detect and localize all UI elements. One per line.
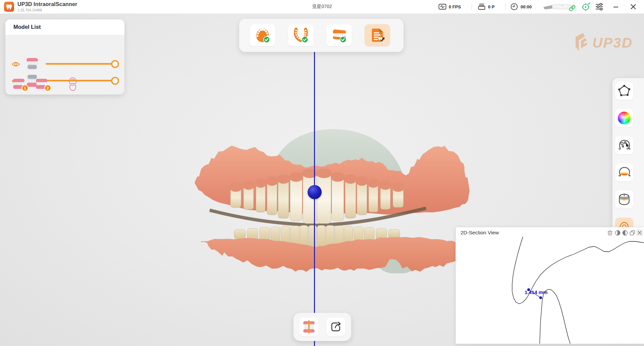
point-count-indicator: 0 P: [478, 0, 495, 13]
flip-left-icon: [622, 230, 628, 236]
calibration-target-button[interactable]: [580, 0, 592, 13]
section-flip-left-button[interactable]: [622, 230, 628, 236]
section-view-title: 2D-Section View: [461, 230, 499, 236]
calibration-target-icon: [581, 2, 591, 11]
model-list-panel: Model List: [5, 19, 124, 95]
timer-indicator: 00:00: [510, 0, 532, 13]
right-tool-panel: [612, 78, 644, 236]
point-count-icon: [478, 3, 486, 10]
minimize-button[interactable]: [609, 0, 623, 13]
divider: [472, 3, 472, 10]
bite-selector-row: 1 2: [12, 77, 119, 93]
tool-color-texture[interactable]: [615, 109, 633, 127]
report-icon: [369, 27, 385, 43]
section-curve-canvas[interactable]: 1.414 mm: [456, 227, 644, 344]
export-button[interactable]: [326, 318, 345, 336]
section-view-panel: 1.414 mm 2D-Section View: [455, 227, 644, 344]
model-list-header: Model List: [5, 19, 124, 35]
open-bite-icon: [302, 320, 316, 334]
bottom-toolbar: [293, 313, 351, 341]
section-flip-right-button[interactable]: [614, 230, 621, 236]
trash-icon: [607, 230, 612, 235]
app-window: UP3D UP3D IntraoralScanner 1.25.704.1048…: [0, 0, 644, 346]
bite-2-badge: 2: [44, 84, 51, 92]
share-export-icon: [329, 321, 342, 333]
model-row-upper: [5, 56, 124, 72]
section-curve-lower: [540, 289, 570, 344]
upper-jaw-scan-icon: [255, 27, 271, 43]
stage-report-button[interactable]: [365, 24, 390, 46]
settings-button[interactable]: [593, 0, 606, 13]
bite-scan-icon: [331, 27, 347, 43]
up3d-logo-icon: [574, 32, 592, 54]
eye-icon[interactable]: [11, 61, 20, 67]
occlusal-view-thumbnail[interactable]: [68, 77, 77, 91]
app-logo-icon: [4, 2, 14, 12]
timer-clock-icon: [510, 3, 518, 11]
teeth-3d-model[interactable]: [191, 126, 473, 273]
color-wheel-icon: [618, 112, 631, 124]
divider: [505, 3, 505, 10]
model-list-title: Model List: [13, 24, 41, 30]
flip-right-icon: [615, 230, 621, 236]
timer-value: 00:00: [521, 4, 532, 9]
stage-lower-jaw-button[interactable]: [288, 24, 314, 46]
tool-point-edit[interactable]: [615, 136, 633, 154]
measurement-point-b[interactable]: [539, 296, 542, 299]
stage-bite-button[interactable]: [326, 24, 352, 46]
upper-opacity-slider[interactable]: [46, 63, 114, 65]
fps-meter-icon: [438, 3, 446, 10]
upper-opacity-knob[interactable]: [111, 60, 119, 68]
app-version: 1.25.704.10488: [17, 8, 42, 12]
undercut-view-icon: [618, 193, 631, 206]
tooth-point-edit-icon: [618, 138, 631, 152]
bite-1-badge: 1: [21, 84, 29, 92]
case-name: 亚星0702: [288, 4, 356, 10]
lower-jaw-scan-icon: [293, 27, 309, 43]
scan-stage-toolbar: [239, 19, 404, 52]
section-restore-button[interactable]: [629, 230, 635, 236]
tool-occlusion-heatmap[interactable]: [615, 163, 633, 181]
tool-polygon-select[interactable]: [615, 82, 633, 100]
tool-undercut-view[interactable]: [615, 190, 633, 209]
measurement-label: 1.414 mm: [525, 289, 547, 295]
section-close-button[interactable]: [636, 229, 643, 236]
restore-window-icon: [630, 230, 635, 236]
app-title: UP3D IntraoralScanner: [17, 1, 77, 7]
section-delete-button[interactable]: [607, 230, 613, 236]
section-plane-handle[interactable]: [308, 185, 322, 199]
polygon-select-icon: [618, 84, 631, 97]
minimize-icon: [613, 4, 619, 10]
close-icon: [637, 230, 642, 235]
fps-indicator: 0 FPS: [438, 0, 461, 13]
stage-upper-jaw-button[interactable]: [250, 24, 275, 46]
settings-sliders-icon: [595, 3, 604, 11]
up3d-watermark: UP3D: [574, 32, 641, 54]
upper-jaw-thumbnail[interactable]: [25, 57, 40, 71]
fps-value: 0 FPS: [449, 4, 461, 9]
watermark-text: UP3D: [592, 35, 633, 51]
point-count-value: 0 P: [488, 4, 495, 9]
open-bite-button[interactable]: [300, 318, 318, 336]
titlebar: UP3D IntraoralScanner 1.25.704.10488 亚星0…: [0, 0, 644, 14]
usb-link-icon: [568, 4, 576, 12]
close-icon: [630, 3, 637, 10]
occlusion-heatmap-icon: [618, 166, 631, 179]
close-button[interactable]: [627, 0, 640, 13]
